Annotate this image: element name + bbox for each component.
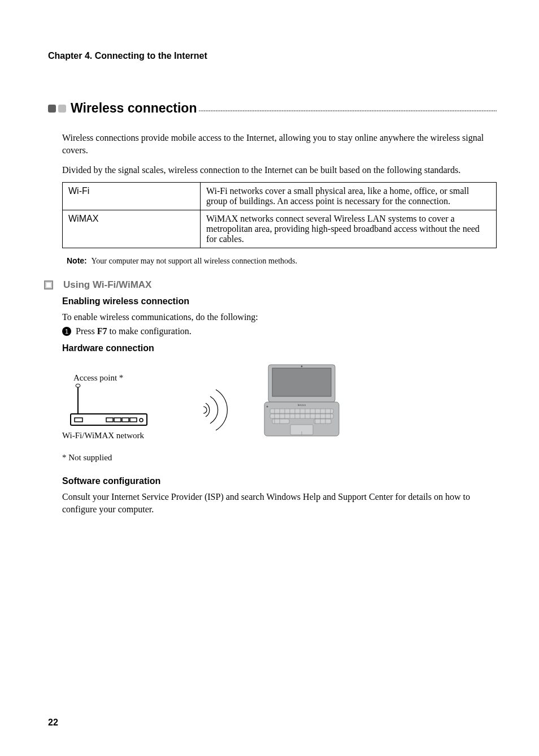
step-number-badge: 1 (62, 327, 71, 336)
svg-text:lenovo: lenovo (298, 403, 306, 407)
hardware-heading: Hardware connection (62, 343, 497, 353)
enable-heading: Enabling wireless connection (62, 296, 497, 306)
enable-text: To enable wireless communications, do th… (62, 311, 497, 323)
section-title: Wireless connection (71, 101, 197, 116)
table-row: Wi-Fi Wi-Fi networks cover a small physi… (63, 182, 497, 210)
table-cell-desc: WiMAX networks connect several Wireless … (201, 210, 497, 248)
note-label: Note: (67, 256, 87, 265)
not-supplied-note: * Not supplied (62, 453, 497, 463)
network-label: Wi-Fi/WiMAX network (62, 431, 169, 440)
svg-point-11 (301, 366, 303, 368)
subsection-row: Using Wi-Fi/WiMAX (62, 279, 497, 291)
software-heading: Software configuration (62, 476, 497, 486)
svg-rect-16 (272, 419, 289, 424)
standards-table: Wi-Fi Wi-Fi networks cover a small physi… (62, 182, 497, 248)
table-row: WiMAX WiMAX networks connect several Wir… (63, 210, 497, 248)
svg-rect-10 (272, 368, 331, 396)
table-cell-name: Wi-Fi (63, 182, 201, 210)
page-number: 22 (48, 718, 58, 728)
wireless-signal-icon (192, 384, 237, 440)
svg-point-32 (267, 406, 268, 408)
section-heading-row: Wireless connection (48, 101, 497, 116)
section-rule (199, 110, 497, 111)
note-line: Note: Your computer may not support all … (67, 256, 497, 266)
step-1: 1 Press F7 to make configuration. (62, 326, 497, 336)
subsection-title: Using Wi-Fi/WiMAX (63, 279, 151, 291)
hardware-diagram: Access point * Wi-Fi/WiMAX network (62, 361, 497, 440)
software-text: Consult your Internet Service Provider (… (62, 491, 497, 515)
svg-rect-17 (314, 419, 331, 424)
square-bullet-icon (44, 280, 53, 290)
svg-point-1 (76, 384, 80, 387)
section-bullet-icon (48, 105, 66, 113)
table-cell-name: WiMAX (63, 210, 201, 248)
chapter-heading: Chapter 4. Connecting to the Internet (48, 51, 497, 61)
access-point-label: Access point * (73, 373, 169, 383)
intro-paragraph-2: Divided by the signal scales, wireless c… (62, 164, 497, 176)
step-1-text: Press F7 to make configuration. (76, 326, 192, 336)
intro-paragraph-1: Wireless connections provide mobile acce… (62, 132, 497, 156)
router-icon (62, 383, 169, 431)
table-cell-desc: Wi-Fi networks cover a small physical ar… (201, 182, 497, 210)
note-text: Your computer may not support all wirele… (92, 257, 297, 265)
laptop-icon: lenovo (260, 361, 345, 440)
